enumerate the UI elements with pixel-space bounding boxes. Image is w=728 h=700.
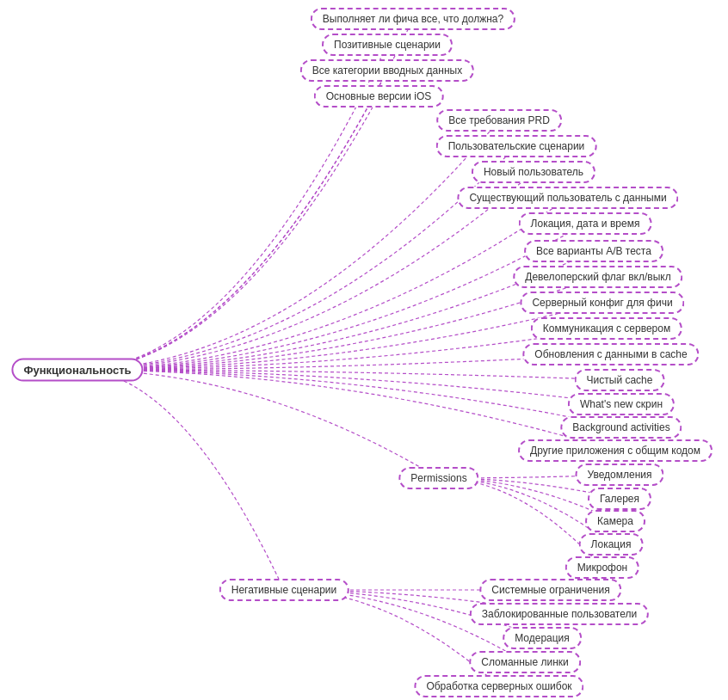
node-n11: Девелоперский флаг вкл/выкл bbox=[513, 266, 682, 288]
node-n7: Новый пользователь bbox=[472, 161, 595, 183]
node-perm: Permissions bbox=[398, 467, 478, 489]
node-n15: Чистый cache bbox=[575, 369, 665, 391]
node-n17: Background activities bbox=[560, 416, 682, 439]
node-n23: Микрофон bbox=[565, 556, 639, 579]
node-n21: Камера bbox=[585, 510, 645, 532]
node-n9: Локация, дата и время bbox=[519, 212, 652, 235]
node-n14: Обновления с данными в cache bbox=[522, 343, 699, 365]
node-n25: Заблокированные пользователи bbox=[470, 603, 649, 625]
node-n12: Серверный конфиг для фичи bbox=[520, 292, 684, 314]
node-n5: Все требования PRD bbox=[436, 109, 562, 132]
node-n1: Выполняет ли фича все, что должна? bbox=[311, 8, 515, 30]
node-n6: Пользовательские сценарии bbox=[436, 135, 597, 157]
node-root: Функциональность bbox=[11, 359, 143, 382]
node-n18: Другие приложения с общим кодом bbox=[518, 439, 713, 462]
node-n3: Все категории вводных данных bbox=[300, 59, 474, 82]
node-n26: Модерация bbox=[503, 627, 582, 649]
node-n27: Сломанные линки bbox=[469, 651, 581, 673]
node-n16: What's new скрин bbox=[568, 393, 675, 415]
node-n2: Позитивные сценарии bbox=[322, 34, 453, 56]
node-n8: Существующий пользователь с данными bbox=[457, 187, 678, 209]
node-n13: Коммуникация с сервером bbox=[531, 317, 682, 340]
node-n19: Уведомления bbox=[575, 464, 663, 486]
node-n4: Основные версии iOS bbox=[314, 85, 444, 107]
node-n10: Все варианты А/В теста bbox=[524, 240, 663, 262]
mind-map: ФункциональностьВыполняет ли фича все, ч… bbox=[0, 0, 728, 700]
node-n20: Галерея bbox=[588, 488, 651, 510]
node-n28: Обработка серверных ошибок bbox=[414, 675, 583, 697]
node-n22: Локация bbox=[579, 533, 644, 556]
node-n24: Системные ограничения bbox=[479, 579, 621, 601]
node-neg: Негативные сценарии bbox=[219, 579, 349, 601]
